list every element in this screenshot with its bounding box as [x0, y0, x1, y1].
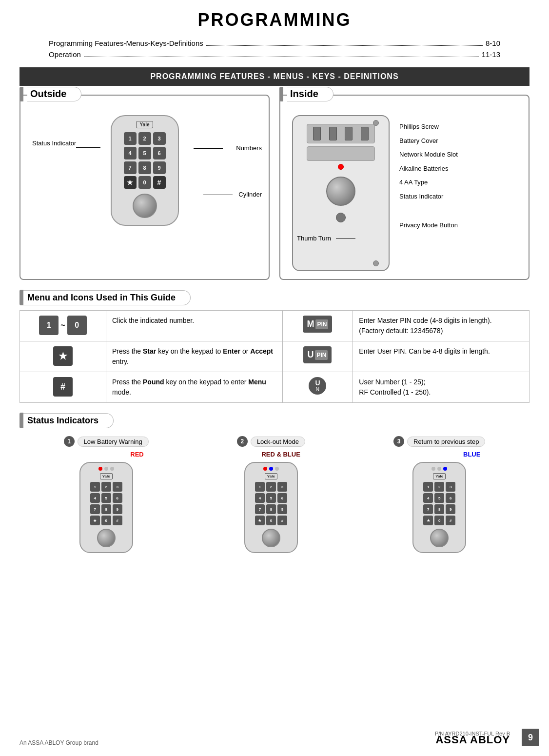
star-bold-1: Star: [143, 347, 156, 355]
privacy-button: [336, 213, 346, 222]
network-module-label: Network Module Slot: [399, 148, 522, 162]
phillips-screw-label: Phillips Screw: [399, 120, 522, 134]
menu-label-text: Menu and Icons Used in This Guide: [23, 290, 191, 305]
small-cyl-3: [430, 529, 449, 547]
small-row-2b: 4 5 6: [255, 493, 287, 503]
status-item-3: 3 Return to previous step BLUE Yale 1 2: [393, 436, 485, 553]
icon-badge-0: 0: [67, 316, 87, 335]
menu-desc-6: User Number (1 - 25);RF Controlled (1 - …: [359, 378, 431, 396]
user-num-n: N: [316, 387, 319, 392]
footer-company: ASSA ABLOY: [435, 734, 510, 746]
sk3-9: 9: [446, 504, 455, 514]
sk2-2: 2: [266, 482, 276, 492]
status-num-1: 1: [64, 436, 75, 447]
inside-device-center: [287, 115, 394, 271]
user-num-badge: U N: [309, 377, 326, 395]
status-num-2: 2: [237, 436, 248, 447]
menu-icon-cell-2: ★: [20, 341, 106, 372]
status-color-2: RED & BLUE: [261, 451, 300, 458]
outside-cylinder-annotation: Cylinder: [238, 191, 262, 198]
icon-badge-star: ★: [53, 346, 73, 366]
status-label-text: Status Indicators: [23, 413, 114, 428]
status-lights-3: [431, 467, 447, 471]
small-row-2c: 7 8 9: [255, 504, 287, 514]
small-row-3d: ★ 0 #: [423, 516, 455, 525]
sk3-8: 8: [434, 504, 444, 514]
key-7: 7: [124, 161, 137, 174]
sk-star1: ★: [90, 516, 100, 525]
user-pin-u: U: [307, 348, 314, 361]
toc-line-1: Programming Features-Menus-Keys-Definiti…: [49, 39, 500, 47]
key-1: 1: [124, 132, 137, 145]
small-cyl-2: [262, 529, 280, 547]
battery-2: [329, 127, 337, 140]
light-2-2: [269, 467, 273, 471]
battery-4: [361, 127, 369, 140]
sk2-7: 7: [255, 504, 265, 514]
inside-panel-label: Inside: [279, 87, 333, 101]
toc-label-1: Programming Features-Menus-Keys-Definiti…: [49, 39, 203, 47]
sk3-star: ★: [423, 516, 433, 525]
menu-desc-cell-3: Press the Pound key on the keypad to ent…: [106, 372, 282, 403]
icon-badge-hash: #: [53, 377, 73, 397]
small-row-3c: 7 8 9: [423, 504, 455, 514]
sk3-2: 2: [434, 482, 444, 492]
key-2: 2: [138, 132, 151, 145]
sk2-0: 0: [266, 516, 276, 525]
menu-row-1: 1 ~ 0 Click the indicated number. M PIN …: [20, 311, 529, 341]
sk3-5: 5: [434, 493, 444, 503]
sk-9: 9: [113, 504, 122, 514]
inside-label-bar: [279, 87, 283, 101]
sk-5: 5: [101, 493, 111, 503]
sk3-7: 7: [423, 504, 433, 514]
light-1-2: [104, 467, 108, 471]
sk3-1: 1: [423, 482, 433, 492]
status-color-1: RED: [130, 451, 143, 458]
sk2-5: 5: [266, 493, 276, 503]
toc-dots-1: [206, 39, 483, 46]
inside-panel: Inside Thumb Turn: [279, 95, 529, 280]
sk2-star: ★: [255, 516, 265, 525]
small-row-3b: 4 5 6: [423, 493, 455, 503]
outside-keypad-container: Numbers Cylinder Yale 1 2 3: [27, 115, 262, 226]
user-pin-text: PIN: [315, 350, 328, 360]
section1-header: PROGRAMMING FEATURES - MENUS - KEYS - DE…: [20, 67, 529, 86]
outside-panel-label: Outside: [20, 87, 81, 101]
sk3-4: 4: [423, 493, 433, 503]
user-num-u: U: [315, 379, 320, 387]
keypad-row-1: 1 2 3: [124, 132, 166, 145]
menu-desc-4: Enter Master PIN code (4-8 digits in len…: [359, 317, 491, 335]
user-pin-badge: U PIN: [303, 346, 332, 363]
outside-label-bar: [20, 87, 23, 101]
key-3: 3: [153, 132, 166, 145]
inside-label-text: Inside: [287, 87, 333, 101]
toc-dots-2: [84, 50, 479, 57]
thumb-turn-annotation: Thumb Turn: [297, 235, 331, 242]
annot-line-thumb: [336, 239, 355, 239]
status-badge-row-1: 1 Low Battery Warning: [64, 436, 149, 447]
outside-numbers-annotation: Numbers: [236, 144, 262, 152]
tilde-sep: ~: [60, 319, 65, 331]
sk2-6: 6: [277, 493, 287, 503]
key-4: 4: [124, 147, 137, 159]
toc-num-2: 11-13: [482, 50, 500, 59]
screw-hole-bottom: [373, 260, 379, 266]
status-items-row: 1 Low Battery Warning RED Yale 1 2 3: [20, 436, 529, 553]
star-bold-3: Accept: [250, 347, 273, 355]
menu-desc-5: Enter User PIN. Can be 4-8 digits in len…: [359, 347, 490, 355]
toc-num-1: 8-10: [486, 39, 500, 47]
outside-panel: Outside Status Indicator Numbers: [20, 95, 270, 280]
menu-row-2: ★ Press the Star key on the keypad to En…: [20, 341, 529, 372]
annot-line-numbers: [194, 148, 223, 149]
small-cyl-1: [97, 529, 116, 547]
inside-device-wrapper: Thumb Turn: [287, 115, 394, 271]
menu-desc-cell-6: User Number (1 - 25);RF Controlled (1 - …: [353, 372, 529, 403]
status-num-3: 3: [393, 436, 404, 447]
num-range-icon: 1 ~ 0: [26, 316, 100, 335]
outside-cylinder: [133, 194, 157, 218]
sk3-3: 3: [446, 482, 455, 492]
key-star: ★: [124, 176, 137, 189]
key-8: 8: [138, 161, 151, 174]
menu-desc-cell-5: Enter User PIN. Can be 4-8 digits in len…: [353, 341, 529, 372]
status-color-3: BLUE: [463, 451, 480, 458]
